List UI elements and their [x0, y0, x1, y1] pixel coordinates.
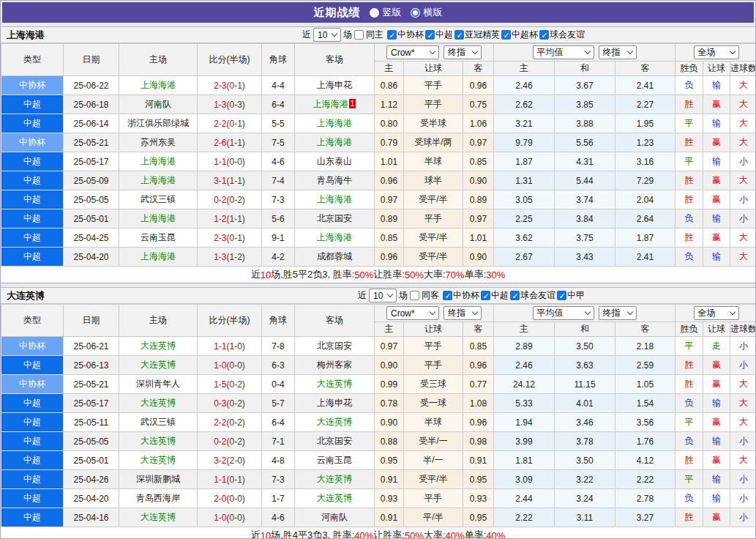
avg-away-cell: 2.41 [615, 76, 675, 95]
score-cell: 2-2(0-2) [198, 413, 262, 432]
match-row: 中超25-04-16大连英博1-0(0-0)4-6河南队0.91平/半0.952… [1, 508, 756, 527]
league-checkbox[interactable] [539, 30, 549, 40]
layout-radio-group: 横版 [411, 6, 443, 19]
handicap-result-cell: 输 [703, 152, 730, 171]
avg-source-select[interactable]: 平均值 [533, 306, 594, 320]
same-venue-label: 同主 [366, 29, 383, 41]
results-table: 类型 日期 主场 比分(半场) 角球 客场 Crow* 终指 平均值 [1, 304, 756, 527]
col-odds-home: 主 [375, 62, 404, 76]
league-filter-item: 中超杯 [501, 29, 538, 41]
match-count-select[interactable]: 10 [369, 289, 397, 302]
handicap-result-cell: 输 [703, 76, 730, 95]
avg-source-select[interactable]: 平均值 [533, 45, 594, 59]
avg-home-cell: 5.33 [494, 394, 555, 413]
corner-cell: 4-8 [262, 451, 295, 470]
away-team-cell: 上海海港 [295, 190, 375, 209]
score-cell: 1-5(0-2) [198, 375, 262, 394]
odds-away-cell: 1.01 [463, 228, 494, 248]
odds-home-cell: 0.97 [375, 337, 404, 356]
score-cell: 1-1(0-0) [198, 152, 262, 171]
corner-cell: 4-4 [262, 76, 295, 95]
type-cell: 中超 [1, 228, 64, 248]
match-row: 中超25-05-17上海海港1-1(0-0)4-6山东泰山1.01半球0.851… [1, 152, 756, 171]
home-team-cell: 上海海港 [119, 209, 198, 228]
red-card-badge: 1 [349, 99, 356, 108]
odds-time-select[interactable]: 终指 [444, 306, 482, 320]
goals-result-cell: 小 [730, 432, 756, 451]
chevron-down-icon [472, 48, 478, 54]
league-checkbox[interactable] [481, 291, 490, 300]
league-checkbox[interactable] [387, 30, 397, 40]
odds-time-select[interactable]: 终指 [444, 45, 482, 59]
match-row: 中超25-05-09上海海港3-1(1-1)7-4青岛海牛0.96球半0.901… [1, 171, 756, 190]
avg-draw-cell: 3.88 [555, 114, 615, 133]
handicap-result-cell: 输 [703, 489, 730, 508]
match-count-select[interactable]: 10 [313, 28, 341, 42]
avg-away-cell: 1.54 [615, 394, 675, 413]
col-goals: 进球数 [730, 62, 756, 76]
chevron-down-icon [729, 309, 735, 315]
fulltime-select[interactable]: 全场 [694, 306, 739, 320]
away-team-cell: 大连英博 [295, 375, 375, 394]
team-name: 山东泰山 [317, 156, 352, 166]
col-handicap: 让球 [404, 62, 463, 76]
summary: 近10场,胜5平2负3, 胜率:50% 让胜率:50% 大率:70% 单率:30… [1, 267, 755, 283]
avg-away-cell: 7.29 [615, 171, 675, 190]
handicap-result-cell: 赢 [703, 228, 730, 248]
type-cell: 中超 [1, 171, 64, 190]
league-filter-item: 球会友谊 [539, 29, 585, 41]
fulltime-select[interactable]: 全场 [694, 45, 739, 59]
col-avg-home: 主 [494, 62, 555, 76]
vertical-layout-radio[interactable] [370, 8, 379, 18]
league-filters: 中协杯中超球会友谊中甲 [441, 289, 585, 302]
goals-result-cell: 小 [730, 209, 756, 228]
corner-cell: 7-3 [262, 190, 295, 209]
goals-result-cell: 大 [730, 228, 756, 248]
goals-result-cell: 小 [730, 190, 756, 209]
filter-controls: 近 10 场 同主 中协杯中超亚冠精英中超杯球会友谊 [302, 28, 755, 42]
titlebar: 近期战绩 竖版 横版 [2, 2, 754, 23]
same-venue-checkbox[interactable] [410, 291, 419, 300]
handicap-cell: 平手 [404, 209, 463, 228]
handicap-cell: 半/一 [404, 451, 463, 470]
avg-draw-cell: 3.74 [555, 190, 615, 209]
team-name: 大连英博 [317, 493, 352, 503]
type-cell: 中超 [1, 470, 64, 489]
odds-away-cell: 0.90 [463, 248, 494, 267]
near-label: 近 [302, 29, 311, 41]
near-label: 近 [358, 289, 367, 302]
avg-draw-cell: 3.67 [555, 76, 615, 95]
score-cell: 1-1(0-1) [198, 470, 262, 489]
match-row: 中超25-06-18河南队1-3(0-3)6-4上海海港11.12平手0.752… [1, 95, 756, 114]
date-cell: 25-04-26 [64, 470, 119, 489]
wdl-result-cell: 胜 [675, 133, 703, 152]
score-cell: 2-0(0-0) [198, 489, 262, 508]
league-checkbox[interactable] [454, 30, 464, 40]
league-checkbox[interactable] [501, 30, 511, 40]
odds-source-select[interactable]: Crow* [386, 45, 439, 59]
odds-source-select[interactable]: Crow* [386, 306, 439, 320]
league-label: 中协杯 [453, 289, 479, 302]
match-row: 中超25-05-01大连英博3-2(2-0)4-8云南玉昆0.95半/一0.91… [1, 451, 756, 470]
match-row: 中超25-04-25云南玉昆2-3(0-1)9-1上海海港0.85受平/半1.0… [1, 228, 756, 248]
date-cell: 25-06-13 [64, 356, 119, 375]
horizontal-layout-radio[interactable] [411, 8, 420, 18]
same-venue-checkbox[interactable] [354, 30, 364, 40]
league-checkbox[interactable] [425, 30, 435, 40]
col-avg-draw: 和 [555, 322, 615, 337]
avg-time-select[interactable]: 终指 [599, 306, 637, 320]
page-title: 近期战绩 [314, 6, 361, 20]
avg-home-cell: 2.89 [494, 337, 555, 356]
league-checkbox[interactable] [510, 291, 520, 300]
handicap-result-cell: 赢 [703, 171, 730, 190]
team-name: 河南队 [145, 99, 171, 109]
team-name: 上海海港 [141, 213, 176, 223]
league-checkbox[interactable] [557, 291, 566, 300]
team-name: 苏州东吴 [141, 137, 176, 147]
wdl-result-cell: 胜 [675, 190, 703, 209]
chevron-down-icon [430, 309, 435, 315]
league-checkbox[interactable] [443, 291, 452, 300]
handicap-cell: 平手 [404, 76, 463, 95]
avg-time-select[interactable]: 终指 [599, 45, 637, 59]
wdl-result-cell: 平 [675, 114, 703, 133]
